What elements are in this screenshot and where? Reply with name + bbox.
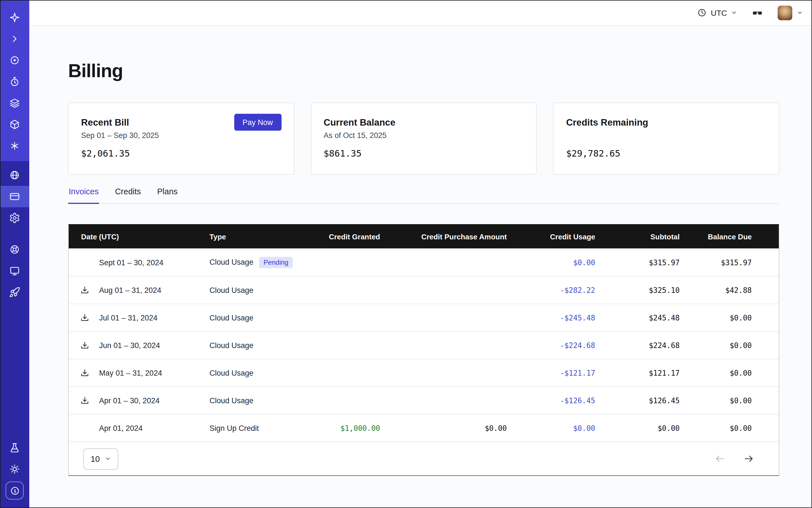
card-subtitle	[566, 131, 766, 142]
credit-usage-cell: -$224.68	[519, 331, 608, 359]
invoice-type-cell: Cloud Usage	[210, 276, 311, 304]
sidebar-item-billing[interactable]	[0, 186, 29, 207]
balance-due-cell: $0.00	[692, 331, 779, 359]
invoice-type: Sign Up Credit	[210, 424, 259, 432]
download-invoice-button[interactable]	[80, 368, 99, 378]
invoice-date: Apr 01, 2024	[99, 424, 143, 432]
credits-remaining-card: Credits Remaining $29,782.65	[553, 102, 779, 175]
subtotal-cell: $121.17	[608, 359, 692, 387]
svg-text:$: $	[13, 488, 16, 493]
stopwatch-icon	[9, 76, 20, 87]
sidebar-item-stopwatch[interactable]	[0, 71, 29, 92]
credit-usage-cell: $0.00	[519, 249, 608, 276]
invoice-date-cell: Apr 01 – 30, 2024	[69, 387, 210, 414]
cube-icon	[9, 119, 20, 130]
credits-button-frame: $	[6, 481, 24, 500]
pay-now-button[interactable]: Pay Now	[234, 114, 281, 131]
sidebar-item-cube[interactable]	[0, 114, 29, 135]
account-menu[interactable]	[778, 5, 803, 20]
download-invoice-button[interactable]	[80, 396, 99, 405]
invoice-date: Jun 01 – 30, 2024	[99, 341, 160, 349]
credit-purchase-cell	[392, 249, 519, 276]
credit-usage-cell: -$245.48	[519, 304, 608, 331]
sidebar-expand[interactable]	[0, 28, 29, 50]
billing-summary-cards: Recent Bill Pay Now Sep 01 – Sep 30, 202…	[68, 102, 779, 175]
main-area: UTC Billing Recent Bill Pay Now Sep 01	[29, 0, 812, 508]
page-size-select[interactable]: 10	[83, 448, 118, 469]
sidebar-item-monitor[interactable]	[0, 260, 29, 282]
invoice-type: Cloud Usage	[210, 313, 253, 322]
col-subtotal: Subtotal	[608, 225, 692, 249]
invoice-table-body: Sept 01 – 30, 2024Cloud UsagePending$0.0…	[69, 249, 779, 441]
status-badge: Pending	[259, 257, 293, 268]
sidebar-item-flask[interactable]	[0, 437, 29, 458]
balance-due-cell: $0.00	[692, 359, 779, 387]
balance-due-cell: $0.00	[692, 387, 779, 414]
sidebar-item-layers[interactable]	[0, 92, 29, 114]
billing-page: Billing Recent Bill Pay Now Sep 01 – Sep…	[29, 26, 812, 508]
sidebar: $	[0, 0, 29, 508]
invoice-type: Cloud Usage	[210, 286, 253, 294]
sidebar-item-support[interactable]	[0, 239, 29, 260]
download-invoice-button[interactable]	[80, 313, 99, 323]
sidebar-item-globe[interactable]	[0, 164, 29, 186]
col-credit-usage: Credit Usage	[519, 225, 608, 249]
rocket-icon	[9, 287, 20, 298]
invoices-table: Date (UTC) Type Credit Granted Credit Pu…	[68, 224, 779, 476]
recent-bill-amount: $2,061.35	[81, 148, 281, 159]
card-title: Recent Bill	[81, 117, 129, 128]
subtotal-cell: $245.48	[608, 304, 692, 331]
goggles-button[interactable]	[751, 7, 764, 18]
sidebar-item-settings[interactable]	[0, 207, 29, 229]
subtotal-cell: $315.97	[608, 249, 692, 276]
tab-invoices[interactable]: Invoices	[68, 187, 99, 203]
sidebar-item-credits[interactable]: $	[0, 480, 29, 501]
tab-plans[interactable]: Plans	[157, 187, 178, 203]
table-footer: 10	[69, 441, 779, 475]
download-invoice-button[interactable]	[80, 285, 99, 295]
invoice-type-cell: Sign Up Credit	[210, 414, 311, 441]
sidebar-item-asterisk[interactable]	[0, 135, 29, 157]
pagination	[715, 453, 754, 464]
sidebar-item-theme[interactable]	[0, 458, 29, 480]
invoice-type-cell: Cloud Usage	[210, 359, 311, 387]
invoice-date-cell: Apr 01, 2024	[69, 414, 210, 441]
chevron-right-icon	[9, 33, 20, 44]
previous-page-button[interactable]	[715, 453, 725, 464]
recent-bill-card: Recent Bill Pay Now Sep 01 – Sep 30, 202…	[68, 102, 294, 175]
sidebar-logo[interactable]	[0, 7, 29, 28]
sun-icon	[9, 464, 20, 475]
invoice-type-cell: Cloud UsagePending	[210, 249, 311, 276]
credit-granted-cell: $1,000.00	[311, 414, 392, 441]
settings-gear-icon	[9, 212, 20, 223]
credit-granted-cell	[311, 276, 392, 304]
subtotal-cell: $0.00	[608, 414, 692, 441]
next-page-button[interactable]	[743, 453, 754, 464]
invoice-date-cell: Sept 01 – 30, 2024	[69, 249, 210, 276]
credit-purchase-cell	[392, 304, 519, 331]
credit-purchase-cell	[392, 387, 519, 414]
tab-credits[interactable]: Credits	[114, 187, 141, 203]
sidebar-item-rocket[interactable]	[0, 282, 29, 303]
invoice-type: Cloud Usage	[210, 396, 253, 405]
sidebar-bottom-group: $	[0, 437, 29, 508]
invoice-date-cell: Jul 01 – 31, 2024	[69, 304, 210, 331]
billing-card-icon	[9, 191, 20, 202]
subtotal-cell: $325.10	[608, 276, 692, 304]
invoice-date: Aug 01 – 31, 2024	[99, 286, 161, 294]
app-window: $ UTC Billing	[0, 0, 812, 508]
sidebar-item-target[interactable]	[0, 50, 29, 71]
invoice-date: Apr 01 – 30, 2024	[99, 396, 160, 405]
download-invoice-button[interactable]	[80, 340, 99, 350]
invoice-date: Jul 01 – 31, 2024	[99, 313, 157, 322]
timezone-selector[interactable]: UTC	[697, 8, 737, 17]
balance-due-cell: $0.00	[692, 414, 779, 441]
card-title: Current Balance	[324, 117, 395, 128]
balance-due-cell: $0.00	[692, 304, 779, 331]
lifebuoy-icon	[9, 244, 20, 255]
logo-icon	[9, 12, 20, 23]
current-balance-card: Current Balance As of Oct 15, 2025 $861.…	[310, 102, 537, 175]
goggles-icon	[751, 7, 764, 18]
monitor-icon	[9, 265, 20, 277]
sidebar-lower-section: $	[0, 161, 29, 508]
